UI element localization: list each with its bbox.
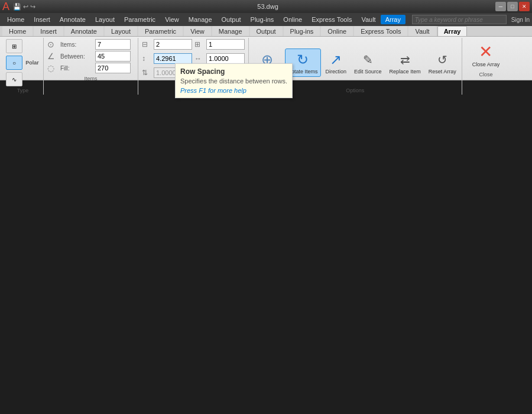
menu-parametric[interactable]: Parametric [119, 15, 160, 24]
items-icon: ⊙ [47, 40, 58, 49]
tab-parametric[interactable]: Parametric [138, 26, 183, 36]
rows-input[interactable] [154, 39, 192, 50]
polar-label: Polar [25, 60, 39, 66]
array-type-icons: ⊞ ○ ∿ [6, 39, 22, 86]
replace-item-icon: ⇄ [395, 50, 414, 69]
tab-layout[interactable]: Layout [105, 26, 137, 36]
fill-input[interactable] [95, 63, 131, 73]
menu-bar: Home Insert Annotate Layout Parametric V… [0, 13, 532, 26]
menu-view[interactable]: View [160, 15, 184, 24]
reset-array-button[interactable]: ↺ Reset Array [426, 48, 459, 77]
tab-output[interactable]: Output [250, 26, 283, 36]
menu-output[interactable]: Output [217, 15, 246, 24]
menu-plugins[interactable]: Plug-ins [246, 15, 279, 24]
menu-array[interactable]: Array [381, 15, 406, 24]
direction-icon: ↗ [326, 50, 345, 69]
tooltip: Row Spacing Specifies the distance betwe… [175, 63, 293, 98]
tab-home[interactable]: Home [2, 26, 33, 36]
edit-source-label: Edit Source [354, 69, 382, 75]
menu-insert[interactable]: Insert [29, 15, 55, 24]
tab-plugins[interactable]: Plug-ins [284, 26, 320, 36]
items-input[interactable] [95, 39, 131, 50]
close-group-label: Close [479, 72, 492, 77]
menu-express-tools[interactable]: Express Tools [307, 15, 356, 24]
cols-input[interactable] [206, 39, 245, 50]
tooltip-help: Press F1 for more help [180, 87, 287, 94]
edit-source-icon: ✎ [358, 50, 377, 69]
edit-source-button[interactable]: ✎ Edit Source [351, 48, 385, 77]
close-array-button[interactable]: ✕ Close Array [467, 39, 505, 70]
between-icon: ∠ [47, 51, 58, 61]
col-spacing-input[interactable] [206, 53, 245, 64]
direction-button[interactable]: ↗ Direction [323, 48, 350, 77]
replace-item-button[interactable]: ⇄ Replace Item [387, 48, 424, 77]
polar-array-icon[interactable]: ○ [6, 56, 22, 70]
menu-manage[interactable]: Manage [184, 15, 217, 24]
menu-vault[interactable]: Vault [356, 15, 380, 24]
rotate-items-icon: ↻ [293, 50, 312, 69]
between-field-label: Between: [60, 53, 93, 60]
tab-array[interactable]: Array [437, 26, 468, 36]
sign-in-button[interactable]: Sign In [511, 17, 530, 23]
menu-layout[interactable]: Layout [90, 15, 119, 24]
title-bar: A 💾 ↩ ↪ 53.dwg ─ □ ✕ [0, 0, 532, 13]
cols-icon: ⊞ [194, 40, 204, 48]
search-input[interactable] [412, 15, 507, 24]
tab-annotate[interactable]: Annotate [64, 26, 103, 36]
viewport-wrapper: [-][Top][2D Wireframe] [0, 80, 532, 414]
row-spacing-input[interactable] [154, 53, 192, 64]
rows-icon: ⊟ [142, 40, 151, 48]
minimize-button[interactable]: ─ [495, 2, 506, 11]
main-content: [-][Top][2D Wireframe] [0, 80, 532, 414]
level-icon: ⇅ [142, 69, 151, 77]
fill-icon: ◌ [47, 63, 58, 73]
maximize-button[interactable]: □ [507, 2, 518, 11]
tab-view[interactable]: View [184, 26, 211, 36]
tab-online[interactable]: Online [321, 26, 353, 36]
close-array-label: Close Array [472, 62, 500, 67]
menu-home[interactable]: Home [2, 15, 29, 24]
reset-array-label: Reset Array [429, 69, 456, 75]
close-array-icon: ✕ [479, 42, 492, 62]
menu-annotate[interactable]: Annotate [55, 15, 90, 24]
between-input[interactable] [95, 51, 131, 62]
items-field-label: Items: [60, 41, 93, 48]
rectangular-array-icon[interactable]: ⊞ [6, 39, 22, 53]
close-button[interactable]: ✕ [519, 2, 530, 11]
fill-field-label: Fill: [60, 65, 93, 72]
tab-manage[interactable]: Manage [212, 26, 249, 36]
window-title: 53.dwg [40, 3, 495, 10]
quick-access-toolbar: 💾 ↩ ↪ [13, 3, 35, 11]
window-controls: ─ □ ✕ [495, 2, 530, 11]
app-logo: A [2, 1, 9, 13]
direction-label: Direction [326, 69, 347, 75]
replace-item-label: Replace Item [390, 69, 421, 75]
tooltip-description: Specifies the distance between rows. [180, 77, 287, 85]
tab-insert[interactable]: Insert [34, 26, 63, 36]
menu-online[interactable]: Online [278, 15, 307, 24]
reset-array-icon: ↺ [433, 50, 452, 69]
row-spacing-icon: ↕ [142, 54, 151, 63]
tooltip-title: Row Spacing [180, 67, 287, 76]
tab-vault[interactable]: Vault [408, 26, 436, 36]
tab-express[interactable]: Express Tools [354, 26, 407, 36]
col-spacing-icon: ↔ [194, 54, 204, 63]
ribbon-tabs: Home Insert Annotate Layout Parametric V… [0, 26, 532, 37]
